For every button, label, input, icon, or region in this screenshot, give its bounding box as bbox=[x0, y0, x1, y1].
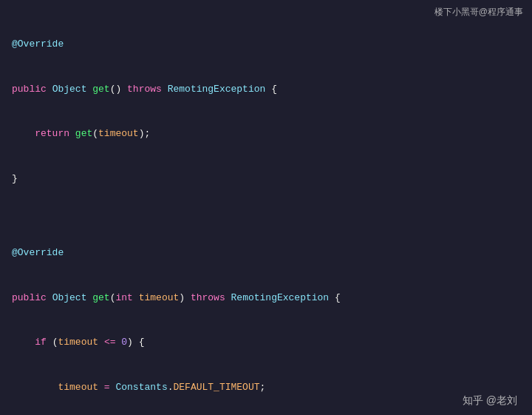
code-block: @Override public Object get() throws Rem… bbox=[12, 7, 520, 415]
watermark-top: 楼下小黑哥@程序通事 bbox=[434, 6, 523, 18]
watermark-bottom: 知乎 @老刘 bbox=[463, 394, 517, 408]
code-container: 楼下小黑哥@程序通事 @Override public Object get()… bbox=[0, 0, 532, 415]
